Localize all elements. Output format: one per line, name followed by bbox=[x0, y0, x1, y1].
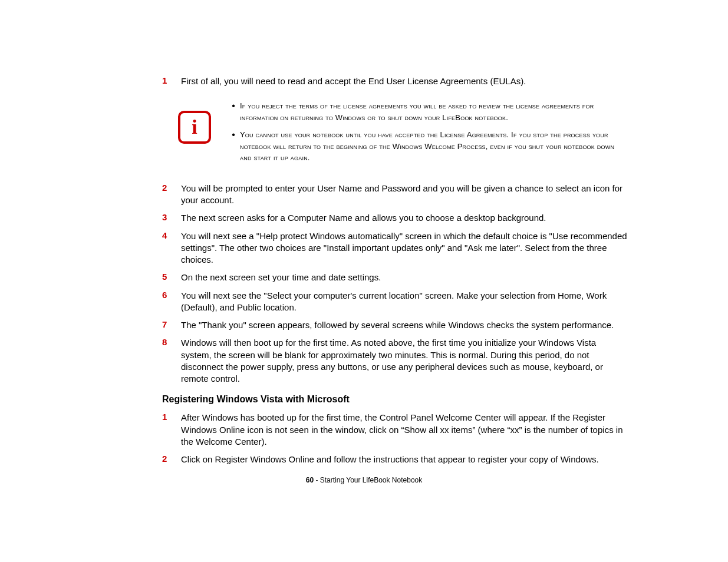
step-8: 8 Windows will then boot up for the firs… bbox=[162, 337, 628, 385]
info-icon: i bbox=[178, 111, 211, 144]
step-number: 1 bbox=[162, 75, 181, 85]
register-step-1: 1 After Windows has booted up for the fi… bbox=[162, 412, 628, 448]
step-7: 7 The "Thank you" screen appears, follow… bbox=[162, 319, 628, 331]
step-number: 5 bbox=[162, 272, 181, 282]
section-heading-register: Registering Windows Vista with Microsoft bbox=[162, 394, 628, 405]
register-step-2: 2 Click on Register Windows Online and f… bbox=[162, 454, 628, 465]
steps-continued: 2 You will be prompted to enter your Use… bbox=[162, 183, 628, 385]
info-bullet-text: If you reject the terms of the license a… bbox=[240, 100, 628, 123]
step-text: First of all, you will need to read and … bbox=[181, 75, 526, 87]
info-bullet-1: • If you reject the terms of the license… bbox=[227, 100, 628, 123]
step-1: 1 First of all, you will need to read an… bbox=[162, 75, 628, 87]
bullet-dot-icon: • bbox=[227, 100, 240, 111]
info-bullet-text: You cannot use your notebook until you h… bbox=[240, 129, 628, 164]
step-number: 3 bbox=[162, 212, 181, 222]
step-number: 2 bbox=[162, 183, 181, 193]
info-icon-wrap: i bbox=[162, 100, 227, 144]
step-text: The "Thank you" screen appears, followed… bbox=[181, 319, 614, 331]
page-footer: 60 - Starting Your LifeBook Notebook bbox=[0, 476, 728, 484]
step-4: 4 You will next see a "Help protect Wind… bbox=[162, 230, 628, 266]
step-text: The next screen asks for a Computer Name… bbox=[181, 212, 546, 224]
step-text: You will be prompted to enter your User … bbox=[181, 183, 628, 207]
step-number: 7 bbox=[162, 319, 181, 329]
step-2: 2 You will be prompted to enter your Use… bbox=[162, 183, 628, 207]
step-text: You will next see the "Select your compu… bbox=[181, 290, 628, 314]
step-text: Click on Register Windows Online and fol… bbox=[181, 454, 599, 465]
info-bullets: • If you reject the terms of the license… bbox=[227, 100, 628, 170]
step-number: 8 bbox=[162, 337, 181, 347]
register-steps: 1 After Windows has booted up for the fi… bbox=[162, 412, 628, 465]
step-number: 4 bbox=[162, 230, 181, 240]
step-3: 3 The next screen asks for a Computer Na… bbox=[162, 212, 628, 224]
info-bullet-2: • You cannot use your notebook until you… bbox=[227, 129, 628, 164]
step-text: After Windows has booted up for the firs… bbox=[181, 412, 628, 448]
step-text: Windows will then boot up for the first … bbox=[181, 337, 628, 385]
step-5: 5 On the next screen set your time and d… bbox=[162, 272, 628, 283]
step-number: 2 bbox=[162, 454, 181, 464]
page-number: 60 bbox=[306, 476, 314, 484]
footer-sep: - bbox=[314, 476, 320, 484]
step-6: 6 You will next see the "Select your com… bbox=[162, 290, 628, 314]
footer-title: Starting Your LifeBook Notebook bbox=[320, 476, 422, 484]
step-number: 1 bbox=[162, 412, 181, 422]
step-text: On the next screen set your time and dat… bbox=[181, 272, 381, 283]
bullet-dot-icon: • bbox=[227, 129, 240, 140]
step-text: You will next see a "Help protect Window… bbox=[181, 230, 628, 266]
step-number: 6 bbox=[162, 290, 181, 300]
info-callout: i • If you reject the terms of the licen… bbox=[162, 100, 628, 170]
document-page: 1 First of all, you will need to read an… bbox=[162, 75, 628, 471]
